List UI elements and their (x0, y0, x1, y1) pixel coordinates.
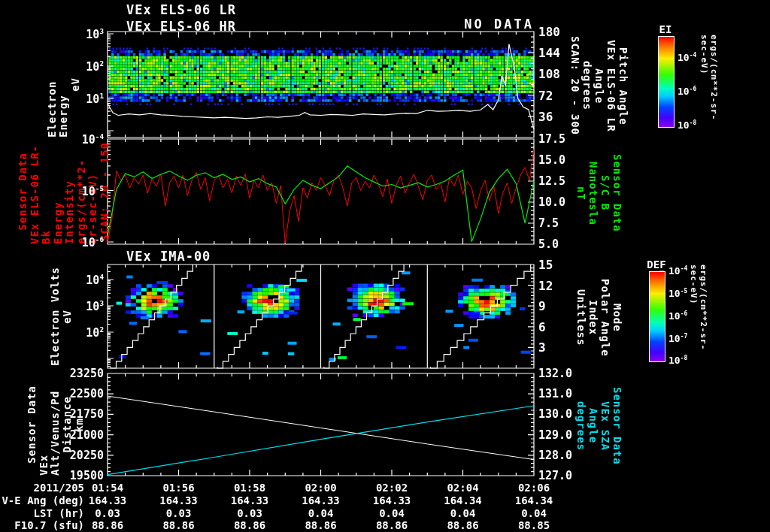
axis-label-line: Angle (593, 68, 605, 104)
y-tick-label: 131.0 (538, 387, 587, 401)
y-tick-label: 17.5 (538, 132, 587, 146)
panel4-sza-line (108, 406, 534, 475)
row-label-lst: LST (hr) (0, 507, 84, 519)
table-value: 164.34 (429, 494, 497, 506)
table-value: 164.33 (145, 494, 213, 506)
table-value: 0.03 (145, 507, 213, 519)
table-value: 88.86 (145, 519, 213, 531)
y-tick-label: 104 (65, 273, 104, 287)
y-tick-label: 12 (538, 278, 587, 292)
axis-label-line: S/C B (599, 175, 611, 210)
y-tick-label: 21000 (65, 428, 104, 442)
colorbar-ei-title: EI (649, 23, 682, 35)
panel1-trace (108, 44, 534, 130)
date-label: 2011/205 (0, 482, 84, 494)
y-tick-label: 20250 (65, 449, 104, 462)
y-tick-label: 180 (538, 25, 587, 39)
table-value: 0.03 (216, 507, 283, 519)
colorbar-ei (658, 36, 675, 128)
colorbar-ei-unit: ergs/(cm**2-sr-sec-eV) (699, 35, 719, 132)
axis-label-line: eV (70, 77, 81, 92)
colorbar-tick-label: 10-6 (678, 86, 696, 97)
axis-label-line: Unitless (575, 289, 587, 346)
colorbar-tick-label: 10-8 (678, 119, 696, 131)
y-tick-label: 5.0 (538, 237, 587, 251)
table-value: 88.86 (429, 519, 497, 531)
table-value: 88.85 (500, 519, 568, 531)
y-tick-label: 19500 (65, 469, 104, 482)
panel1-title-line1: VEx ELS-06 LR (126, 2, 236, 17)
table-value: 88.86 (358, 519, 426, 531)
panel3-staircase (324, 264, 404, 368)
y-tick-label: 23250 (65, 367, 104, 380)
y-tick-label: 7.5 (538, 216, 587, 230)
y-tick-label: 103 (65, 27, 104, 41)
y-tick-label: 144 (538, 46, 587, 60)
y-tick-label: 10-5 (65, 183, 104, 198)
axis-label-line: Sensor Data (26, 385, 38, 464)
axis-label-line: VEx ELS-06 LR (605, 40, 617, 132)
y-tick-label: 102 (65, 325, 104, 340)
y-tick-label: 21750 (65, 407, 104, 421)
panel3-title: VEx IMA-00 (126, 249, 211, 264)
time-tick-label: 02:02 (358, 482, 426, 494)
axis-label-line: VEx SZA (599, 401, 611, 451)
time-tick-label: 01:56 (145, 482, 213, 494)
panel1-title-line2: VEx ELS-06 HR (126, 19, 236, 34)
y-tick-label: 128.0 (538, 449, 587, 462)
time-tick-label: 02:06 (500, 482, 568, 494)
axis-label-line: Nanotesla (587, 162, 599, 225)
axis-label-line: Electron Volts (50, 267, 61, 366)
time-tick-label: 01:58 (216, 482, 283, 494)
colorbar-def (649, 271, 665, 362)
y-tick-label: 108 (538, 67, 587, 81)
y-tick-label: 132.0 (538, 367, 587, 380)
colorbar-tick-label: 10-6 (668, 310, 687, 322)
y-tick-label: 36 (538, 109, 587, 123)
y-tick-label: 15 (538, 258, 587, 272)
y-tick-label: 12.5 (538, 174, 587, 188)
y-tick-label: 22500 (65, 387, 104, 401)
colorbar-def-title: DEF (640, 258, 673, 271)
axis-label-line: Sensor Data (17, 153, 29, 231)
panel3-staircase (431, 264, 531, 368)
axis-label-line: Polar Angle (599, 279, 611, 357)
y-tick-label: 10-4 (65, 132, 104, 147)
axis-label-line: Angle (587, 408, 599, 443)
y-tick-label: 3 (538, 340, 587, 355)
axis-label-line: Index (587, 300, 599, 335)
table-value: 0.04 (358, 507, 426, 519)
y-tick-label: 127.0 (538, 469, 587, 482)
axis-label-line: Sensor Data (611, 154, 623, 232)
colorbar-tick-label: 10-4 (678, 52, 696, 63)
y-tick-label: 101 (65, 92, 104, 106)
colorbar-tick-label: 10-7 (668, 333, 687, 344)
table-value: 164.33 (287, 494, 355, 506)
y-tick-label: 72 (538, 88, 587, 102)
panel4-distance-line (108, 396, 534, 460)
y-tick-label: 129.0 (538, 428, 587, 442)
table-value: 0.04 (287, 507, 355, 519)
y-tick-label: 10-6 (65, 235, 104, 249)
axis-label-line: Mode (611, 304, 623, 332)
table-value: 164.33 (358, 494, 426, 506)
table-value: 0.04 (429, 507, 497, 519)
panel3-staircase (111, 264, 192, 368)
axis-label-line: Electron Energy (47, 32, 69, 138)
y-tick-label: 102 (65, 59, 104, 74)
time-tick-label: 02:04 (429, 482, 497, 494)
no-data-label: NO DATA (406, 17, 534, 32)
panel3-staircase (217, 264, 302, 368)
y-tick-label: 9 (538, 299, 587, 313)
panel1-left-axis-label: Electron EnergyeV (45, 32, 83, 138)
axis-label-line: Sensor Data (611, 387, 623, 465)
table-value: 88.86 (216, 519, 283, 531)
table-value: 0.04 (500, 507, 568, 519)
axis-label-line: Pitch Angle (617, 47, 629, 125)
table-value: 88.86 (287, 519, 355, 531)
colorbar-tick-label: 10-5 (668, 288, 687, 299)
table-value: 164.33 (216, 494, 283, 506)
y-tick-label: 103 (65, 299, 104, 313)
axis-label-line: VEx Alt/Venus/Pd (38, 373, 61, 476)
colorbar-def-unit: ergs/(cm**2-sr-sec-eV) (689, 264, 708, 364)
